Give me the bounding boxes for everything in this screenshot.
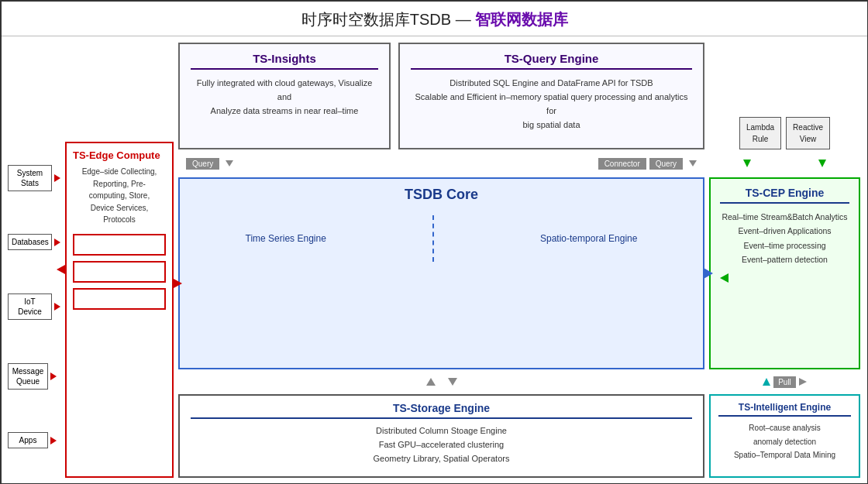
lambda-rule-button[interactable]: LambdaRule: [739, 117, 781, 149]
pull-row: Pull: [709, 374, 860, 390]
ts-edge-sub-boxes: [73, 234, 166, 310]
input-system-stats: System Stats: [8, 165, 60, 191]
input-message-queue: MessageQueue: [8, 363, 60, 390]
input-apps: Apps: [8, 432, 60, 448]
title-separator: —: [456, 11, 476, 28]
arrow-right-pull-icon: [799, 378, 807, 386]
title-subtitle: 智联网数据库: [475, 11, 568, 28]
tsdb-arrow-right-icon: [704, 268, 713, 279]
arrow-right-1: [54, 239, 60, 246]
databases-label: Databases: [8, 234, 52, 250]
right-col: LambdaRule ReactiveView TS-CEP Engine Re…: [709, 43, 860, 478]
ts-query-box: TS-Query Engine Distributed SQL Engine a…: [398, 43, 704, 149]
input-databases: Databases: [8, 234, 60, 250]
spatio-temporal-engine-label: Spatio-temporal Engine: [540, 233, 637, 244]
arrow-right-3: [50, 372, 57, 380]
arrow-down-1: [226, 160, 233, 166]
ts-storage-box: TS-Storage Engine Distributed Column Sto…: [178, 394, 704, 478]
cep-arrow-left-icon: [720, 273, 849, 283]
query-label-left: Query: [186, 158, 219, 170]
left-inputs-col: System Stats Databases IoT Device Messag…: [8, 43, 60, 478]
connector-label: Connector: [598, 158, 646, 170]
page-title-bar: 时序时空数据库TSDB — 智联网数据库: [2, 2, 868, 36]
ts-insights-box: TS-Insights Fully integrated with cloud …: [178, 43, 391, 149]
main-content: System Stats Databases IoT Device Messag…: [2, 36, 868, 484]
time-series-engine-label: Time Series Engine: [246, 233, 326, 244]
edge-arrow-left-icon: [57, 265, 65, 274]
ts-edge-sub-box-2: [73, 261, 166, 283]
ts-intelligent-desc: Root–cause analysisanomaly detectionSpat…: [718, 421, 851, 462]
message-queue-label: MessageQueue: [8, 363, 48, 390]
ts-edge-box: TS-Edge Compute Edge–side Collecting,Rep…: [65, 142, 174, 478]
ts-query-desc: Distributed SQL Engine and DataFrame API…: [411, 76, 692, 132]
ts-cep-box: TS-CEP Engine Real–time Stream&Batch Ana…: [709, 177, 860, 369]
storage-arrows-row: [178, 374, 704, 390]
ts-edge-sub-box-3: [73, 288, 166, 310]
page-wrapper: 时序时空数据库TSDB — 智联网数据库 System Stats Databa…: [1, 1, 868, 484]
ts-cep-title: TS-CEP Engine: [720, 187, 849, 204]
ts-edge-sub-box-1: [73, 234, 166, 256]
ts-edge-section: TS-Edge Compute Edge–side Collecting,Rep…: [65, 43, 174, 478]
arrow-down-storage-icon: [448, 378, 457, 386]
system-stats-label: System Stats: [8, 165, 52, 191]
arrow-up-storage-icon: [426, 378, 436, 386]
center-col: TS-Insights Fully integrated with cloud …: [178, 43, 704, 478]
query-label-right: Query: [649, 158, 683, 170]
ts-storage-desc: Distributed Column Stoage EngineFast GPU…: [191, 424, 692, 465]
top-buttons-row: LambdaRule ReactiveView: [709, 43, 860, 149]
tsdb-core-box: TSDB Core Time Series Engine Spatio-temp…: [178, 177, 704, 369]
ts-edge-title: TS-Edge Compute: [73, 149, 166, 161]
reactive-view-button[interactable]: ReactiveView: [786, 117, 830, 149]
tsdb-engines-row: Time Series Engine Spatio-temporal Engin…: [192, 215, 691, 262]
ts-storage-title: TS-Storage Engine: [191, 402, 692, 419]
apps-label: Apps: [8, 432, 48, 448]
ts-insights-title: TS-Insights: [191, 52, 378, 70]
input-iot-device: IoT Device: [8, 293, 60, 320]
ts-cep-desc: Real–time Stream&Batch AnalyticsEvent–dr…: [720, 210, 849, 267]
title-main: 时序时空数据库TSDB: [301, 11, 451, 28]
arrow-up-green-icon: [763, 378, 770, 386]
ts-query-title: TS-Query Engine: [411, 52, 692, 70]
arrow-right-4: [50, 437, 57, 445]
ts-insights-desc: Fully integrated with cloud gateways, Vi…: [191, 76, 378, 118]
ts-intelligent-title: TS-Intelligent Engine: [718, 402, 851, 417]
top-row: TS-Insights Fully integrated with cloud …: [178, 43, 704, 149]
arrow-right-0: [54, 174, 60, 182]
right-arrows-row: [709, 154, 860, 173]
tsdb-core-title: TSDB Core: [405, 187, 478, 203]
pull-label: Pull: [773, 376, 796, 388]
arrow-right-2: [54, 303, 60, 311]
iot-device-label: IoT Device: [8, 293, 52, 320]
arrow-down-green-left-icon: [743, 160, 751, 167]
edge-arrow-right-icon: [174, 279, 182, 288]
ts-intelligent-box: TS-Intelligent Engine Root–cause analysi…: [709, 394, 860, 478]
ts-edge-desc: Edge–side Collecting,Reporting, Pre-comp…: [73, 166, 166, 226]
arrow-down-2: [689, 160, 697, 166]
arrow-down-green-right-icon: [818, 160, 826, 167]
labels-row: Query Connector Query: [178, 154, 704, 173]
tsdb-divider: [432, 215, 434, 262]
